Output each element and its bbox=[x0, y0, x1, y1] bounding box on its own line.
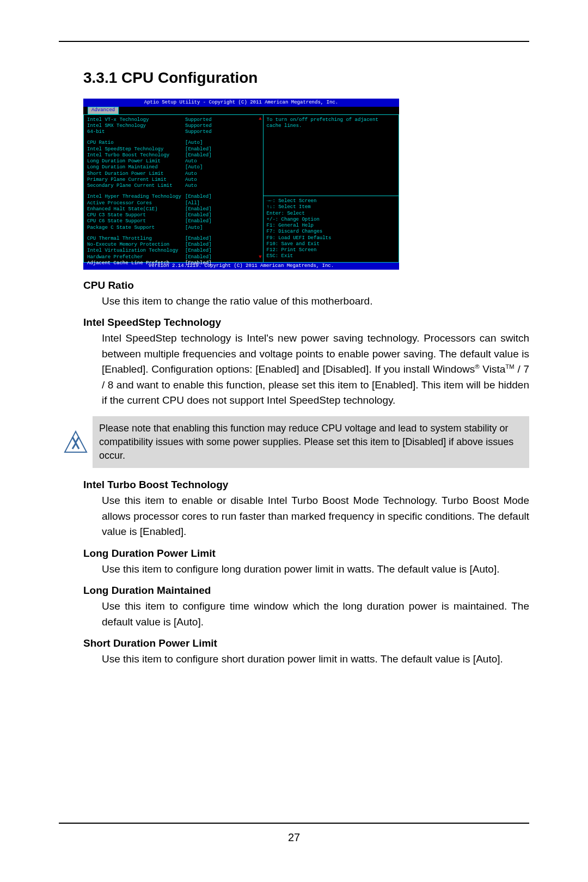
bios-setting-label: Active Processor Cores bbox=[87, 200, 185, 206]
bios-setting-label: Package C State Support bbox=[87, 225, 185, 231]
bios-setting-label: Long Duration Power Limit bbox=[87, 159, 185, 165]
desc-title: Intel SpeedStep Technology bbox=[83, 317, 529, 329]
bios-setting-value: [Enabled] bbox=[185, 194, 212, 200]
bios-setting-label: CPU Thermal Throttling bbox=[87, 236, 185, 242]
bios-setting-label: No-Execute Memory Protection bbox=[87, 242, 185, 248]
bottom-rule bbox=[59, 823, 529, 824]
bios-setting-row: Secondary Plane Current LimitAuto bbox=[87, 183, 260, 189]
bios-setting-row: 64-bitSupported bbox=[87, 129, 260, 135]
bios-setting-label: Secondary Plane Current Limit bbox=[87, 183, 185, 189]
desc-body: Use this item to enable or disable Intel… bbox=[102, 493, 529, 540]
bios-setting-row: Adjacent Cache Line Prefetch[Enabled] bbox=[87, 260, 260, 266]
bios-setting-value: [All] bbox=[185, 200, 200, 206]
bios-setting-value: Supported bbox=[185, 123, 212, 129]
bios-setting-value: [Enabled] bbox=[185, 254, 212, 260]
bios-setting-row: Intel SMX TechnologySupported bbox=[87, 123, 260, 129]
bios-setting-value: [Enabled] bbox=[185, 218, 212, 224]
desc-body: Use this item to configure time window w… bbox=[102, 599, 529, 630]
bios-setting-value: [Enabled] bbox=[185, 206, 212, 212]
bios-setting-label: Primary Plane Current Limit bbox=[87, 177, 185, 183]
bios-setting-label: Intel SpeedStep Technology bbox=[87, 147, 185, 153]
top-rule bbox=[59, 41, 529, 42]
bios-setting-row: Short Duration Power LimitAuto bbox=[87, 171, 260, 177]
bios-setting-value: [Auto] bbox=[185, 140, 203, 146]
bios-setting-row: Intel Turbo Boost Technology[Enabled] bbox=[87, 153, 260, 159]
bios-setting-row: Intel VT-x TechnologySupported bbox=[87, 117, 260, 123]
bios-setting-value: Auto bbox=[185, 177, 197, 183]
bios-setting-value: [Enabled] bbox=[185, 153, 212, 159]
bios-setting-value: [Auto] bbox=[185, 225, 203, 231]
bios-setting-row: Package C State Support[Auto] bbox=[87, 225, 260, 231]
bios-setting-label: 64-bit bbox=[87, 129, 185, 135]
bios-setting-row: Intel Hyper Threading Technology[Enabled… bbox=[87, 194, 260, 200]
bios-setting-value: Auto bbox=[185, 171, 197, 177]
scroll-up-arrow-icon: ▲ bbox=[259, 116, 261, 122]
description-block-2: Intel Turbo Boost TechnologyUse this ite… bbox=[83, 479, 529, 667]
desc-body: Use this item to change the ratio value … bbox=[102, 294, 529, 309]
bios-setting-row: Intel Virtualization Technology[Enabled] bbox=[87, 248, 260, 254]
bios-setting-row: Enhanced Halt State(C1E)[Enabled] bbox=[87, 206, 260, 212]
section-heading: 3.3.1 CPU Configuration bbox=[83, 69, 529, 87]
desc-title: Long Duration Power Limit bbox=[83, 548, 529, 559]
bios-setting-value: Auto bbox=[185, 159, 197, 165]
bios-nav-help: →←: Select Screen ↑↓: Select Item Enter:… bbox=[267, 198, 395, 260]
bios-setting-row: CPU C3 State Support[Enabled] bbox=[87, 212, 260, 218]
bios-setting-label: CPU Ratio bbox=[87, 140, 185, 146]
scroll-down-arrow-icon: ▼ bbox=[259, 254, 261, 260]
bios-setting-value: [Enabled] bbox=[185, 236, 212, 242]
bios-setting-label: Intel Virtualization Technology bbox=[87, 248, 185, 254]
bios-setting-row: No-Execute Memory Protection[Enabled] bbox=[87, 242, 260, 248]
bios-setting-label: CPU C6 State Support bbox=[87, 218, 185, 224]
bios-tab-row: Advanced bbox=[83, 107, 399, 114]
page-footer: 27 bbox=[59, 823, 529, 844]
bios-setting-value: [Enabled] bbox=[185, 248, 212, 254]
bios-setting-row: Long Duration Maintained[Auto] bbox=[87, 165, 260, 171]
bios-setting-row: Primary Plane Current LimitAuto bbox=[87, 177, 260, 183]
bios-setting-row: Long Duration Power LimitAuto bbox=[87, 159, 260, 165]
bios-setting-value: [Enabled] bbox=[185, 212, 212, 218]
bios-titlebar: Aptio Setup Utility - Copyright (C) 2011… bbox=[83, 99, 399, 107]
desc-body: Use this item to configure long duration… bbox=[102, 562, 529, 577]
bios-setting-label: Enhanced Halt State(C1E) bbox=[87, 206, 185, 212]
bios-right-divider bbox=[264, 196, 399, 196]
bios-setting-row: Active Processor Cores[All] bbox=[87, 200, 260, 206]
bios-setting-row: CPU C6 State Support[Enabled] bbox=[87, 218, 260, 224]
bios-setting-label: Long Duration Maintained bbox=[87, 165, 185, 171]
bios-left-pane: ▲ ▼ Intel VT-x TechnologySupportedIntel … bbox=[83, 114, 264, 263]
bios-setting-row: Hardware Prefetcher[Enabled] bbox=[87, 254, 260, 260]
bios-setting-label: Intel SMX Technology bbox=[87, 123, 185, 129]
bios-setting-label: Intel Hyper Threading Technology bbox=[87, 194, 185, 200]
bios-setting-row: CPU Thermal Throttling[Enabled] bbox=[87, 236, 260, 242]
warning-text: Please note that enabling this function … bbox=[93, 416, 529, 469]
bios-setting-label: Short Duration Power Limit bbox=[87, 171, 185, 177]
bios-setting-label: CPU C3 State Support bbox=[87, 212, 185, 218]
bios-tab-advanced: Advanced bbox=[88, 107, 119, 114]
bios-setting-value: Supported bbox=[185, 129, 212, 135]
bios-setting-label: Hardware Prefetcher bbox=[87, 254, 185, 260]
bios-help-text: To turn on/off prefetching of adjacent c… bbox=[267, 117, 395, 194]
desc-title: CPU Ratio bbox=[83, 279, 529, 291]
bios-right-pane: To turn on/off prefetching of adjacent c… bbox=[264, 114, 399, 263]
desc-body: Use this item to configure short duratio… bbox=[102, 652, 529, 667]
desc-title: Short Duration Power Limit bbox=[83, 637, 529, 649]
desc-body: Intel SpeedStep technology is Intel's ne… bbox=[102, 331, 529, 409]
bios-setting-label: Adjacent Cache Line Prefetch bbox=[87, 260, 185, 266]
bios-setting-value: [Enabled] bbox=[185, 242, 212, 248]
bios-setting-value: Auto bbox=[185, 183, 197, 189]
page-content: 3.3.1 CPU Configuration Aptio Setup Util… bbox=[0, 0, 588, 667]
bios-setting-value: Supported bbox=[185, 117, 212, 123]
desc-title: Long Duration Maintained bbox=[83, 585, 529, 597]
bios-setting-value: [Auto] bbox=[185, 165, 203, 171]
bios-setting-row: Intel SpeedStep Technology[Enabled] bbox=[87, 147, 260, 153]
bios-body: ▲ ▼ Intel VT-x TechnologySupportedIntel … bbox=[83, 114, 399, 263]
description-block-1: CPU RatioUse this item to change the rat… bbox=[83, 279, 529, 409]
warning-note: Please note that enabling this function … bbox=[59, 416, 529, 469]
bios-setting-value: [Enabled] bbox=[185, 147, 212, 153]
bios-setting-label: Intel Turbo Boost Technology bbox=[87, 153, 185, 159]
desc-title: Intel Turbo Boost Technology bbox=[83, 479, 529, 491]
bios-setting-label: Intel VT-x Technology bbox=[87, 117, 185, 123]
bios-setting-row: CPU Ratio[Auto] bbox=[87, 140, 260, 146]
warning-icon bbox=[59, 416, 93, 469]
bios-setting-value: [Enabled] bbox=[185, 260, 212, 266]
page-number: 27 bbox=[59, 831, 529, 844]
